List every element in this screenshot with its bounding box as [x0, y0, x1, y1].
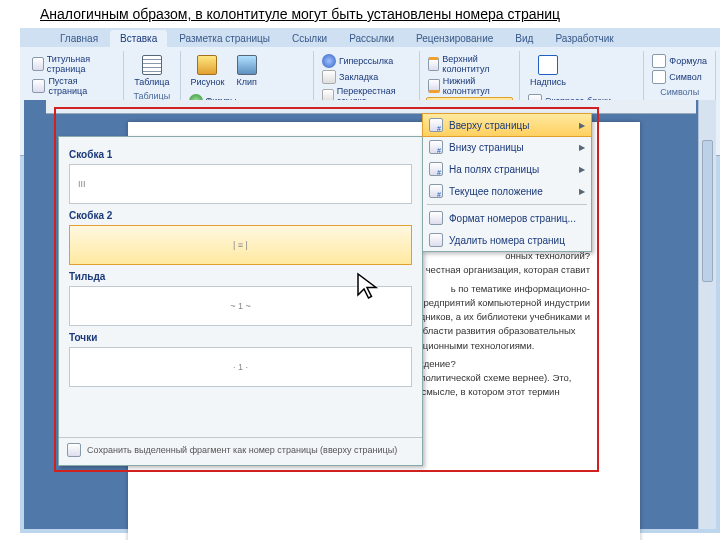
header-button[interactable]: Верхний колонтитул	[426, 53, 513, 75]
clipart-button[interactable]: Клип	[232, 53, 260, 89]
table-button[interactable]: Таблица	[130, 53, 173, 89]
gallery-group-label: Скобка 1	[69, 149, 412, 160]
pagenum-icon	[429, 162, 443, 176]
menu-item-top[interactable]: Вверху страницы▶	[422, 113, 592, 137]
symbol-icon	[652, 70, 666, 84]
equation-icon	[652, 54, 666, 68]
menu-item-remove[interactable]: Удалить номера страниц	[423, 229, 591, 251]
chevron-right-icon: ▶	[579, 165, 585, 174]
remove-icon	[429, 233, 443, 247]
gallery-item[interactable]: ~ 1 ~	[69, 286, 412, 326]
pagenum-icon	[429, 184, 443, 198]
bookmark-icon	[322, 70, 336, 84]
tab-home[interactable]: Главная	[50, 30, 108, 47]
picture-button[interactable]: Рисунок	[187, 53, 229, 89]
sample-number: · 1 ·	[233, 362, 248, 372]
footer-button[interactable]: Нижний колонтитул	[426, 75, 513, 97]
page-number-menu: Вверху страницы▶ Внизу страницы▶ На поля…	[422, 113, 592, 252]
hyperlink-icon	[322, 54, 336, 68]
symbol-button[interactable]: Символ	[650, 69, 703, 85]
equation-button[interactable]: Формула	[650, 53, 709, 69]
chevron-right-icon: ▶	[579, 187, 585, 196]
page-number-gallery: Скобка 1 III Скобка 2 | ≡ | Тильда ~ 1 ~…	[58, 136, 423, 466]
menu-item-format[interactable]: Формат номеров страниц...	[423, 207, 591, 229]
save-icon	[67, 443, 81, 457]
header-icon	[428, 57, 440, 71]
vertical-scrollbar[interactable]	[698, 100, 716, 529]
page-icon	[32, 57, 44, 71]
menu-separator	[427, 204, 587, 205]
textbox-icon	[538, 55, 558, 75]
tab-developer[interactable]: Разработчик	[545, 30, 623, 47]
format-icon	[429, 211, 443, 225]
blank-page-button[interactable]: Пустая страница	[30, 75, 117, 97]
cover-page-button[interactable]: Титульная страница	[30, 53, 117, 75]
footer-icon	[428, 79, 440, 93]
menu-item-bottom[interactable]: Внизу страницы▶	[423, 136, 591, 158]
hyperlink-button[interactable]: Гиперссылка	[320, 53, 395, 69]
sample-number: ~ 1 ~	[230, 301, 251, 311]
table-icon	[142, 55, 162, 75]
menu-item-current[interactable]: Текущее положение▶	[423, 180, 591, 202]
gallery-group-label: Скобка 2	[69, 210, 412, 221]
picture-icon	[197, 55, 217, 75]
slide-caption: Аналогичным образом, в колонтитуле могут…	[0, 0, 720, 28]
chevron-right-icon: ▶	[579, 121, 585, 130]
pagenum-icon	[429, 140, 443, 154]
textbox-button[interactable]: Надпись	[526, 53, 570, 89]
tab-references[interactable]: Ссылки	[282, 30, 337, 47]
gallery-save-selection[interactable]: Сохранить выделенный фрагмент как номер …	[59, 437, 422, 462]
menu-item-margins[interactable]: На полях страницы▶	[423, 158, 591, 180]
chevron-right-icon: ▶	[579, 143, 585, 152]
tab-insert[interactable]: Вставка	[110, 30, 167, 47]
tab-review[interactable]: Рецензирование	[406, 30, 503, 47]
tab-layout[interactable]: Разметка страницы	[169, 30, 280, 47]
tab-mailings[interactable]: Рассылки	[339, 30, 404, 47]
page-icon	[32, 79, 45, 93]
sample-number: III	[78, 179, 86, 189]
gallery-item[interactable]: | ≡ |	[69, 225, 412, 265]
sample-number: | ≡ |	[233, 240, 248, 250]
horizontal-ruler	[46, 100, 696, 114]
tab-view[interactable]: Вид	[505, 30, 543, 47]
word-window: Главная Вставка Разметка страницы Ссылки…	[20, 28, 720, 533]
gallery-group-label: Тильда	[69, 271, 412, 282]
pagenum-icon	[429, 118, 443, 132]
gallery-item[interactable]: III	[69, 164, 412, 204]
ribbon-tabs: Главная Вставка Разметка страницы Ссылки…	[20, 28, 720, 47]
bookmark-button[interactable]: Закладка	[320, 69, 380, 85]
clipart-icon	[237, 55, 257, 75]
group-label: Символы	[660, 87, 699, 97]
gallery-group-label: Точки	[69, 332, 412, 343]
gallery-item[interactable]: · 1 ·	[69, 347, 412, 387]
